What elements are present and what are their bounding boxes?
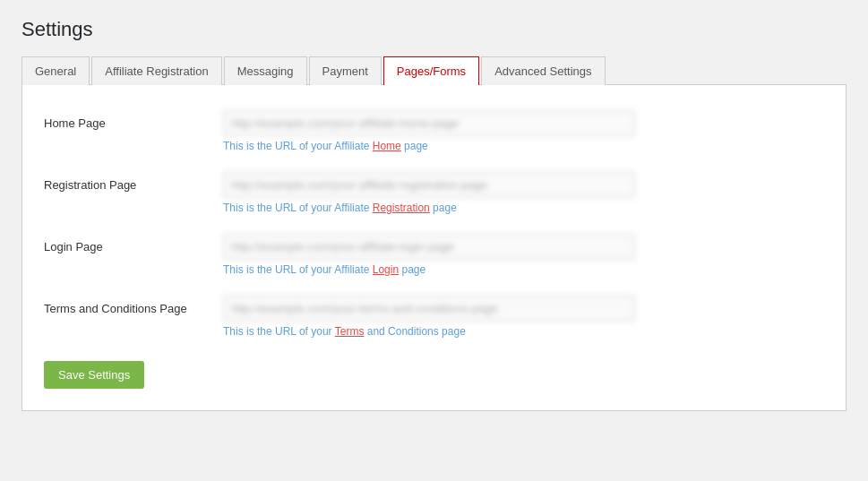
form-row-home-page: Home Page This is the URL of your Affili… xyxy=(44,110,824,152)
label-registration-page: Registration Page xyxy=(44,172,223,192)
label-home-page: Home Page xyxy=(44,110,223,130)
input-home-page[interactable] xyxy=(223,110,635,136)
tab-pages-forms[interactable]: Pages/Forms xyxy=(383,56,479,85)
save-settings-button[interactable]: Save Settings xyxy=(44,361,144,389)
hint-terms-page: This is the URL of your Terms and Condit… xyxy=(223,325,635,338)
form-row-login-page: Login Page This is the URL of your Affil… xyxy=(44,234,824,276)
hint-home-page: This is the URL of your Affiliate Home p… xyxy=(223,140,635,152)
hint-link-login: Login xyxy=(373,263,399,276)
tab-content-pages-forms: Home Page This is the URL of your Affili… xyxy=(21,85,847,411)
field-terms-page: This is the URL of your Terms and Condit… xyxy=(223,296,635,338)
label-login-page: Login Page xyxy=(44,234,223,253)
tab-general[interactable]: General xyxy=(21,56,90,85)
hint-link-registration: Registration xyxy=(373,202,430,214)
tab-payment[interactable]: Payment xyxy=(309,56,382,85)
tabs-nav: General Affiliate Registration Messaging… xyxy=(21,56,847,85)
hint-link-terms: Terms xyxy=(335,325,365,338)
field-registration-page: This is the URL of your Affiliate Regist… xyxy=(223,172,635,214)
field-login-page: This is the URL of your Affiliate Login … xyxy=(223,234,635,276)
page-title: Settings xyxy=(21,18,847,41)
form-row-terms-page: Terms and Conditions Page This is the UR… xyxy=(44,296,824,338)
input-registration-page[interactable] xyxy=(223,172,635,198)
form-actions: Save Settings xyxy=(44,357,824,389)
input-terms-page[interactable] xyxy=(223,296,635,322)
hint-registration-page: This is the URL of your Affiliate Regist… xyxy=(223,202,635,214)
form-row-registration-page: Registration Page This is the URL of you… xyxy=(44,172,824,214)
hint-link-home: Home xyxy=(373,140,401,152)
label-terms-page: Terms and Conditions Page xyxy=(44,296,223,315)
tab-affiliate-registration[interactable]: Affiliate Registration xyxy=(91,56,221,85)
input-login-page[interactable] xyxy=(223,234,635,260)
field-home-page: This is the URL of your Affiliate Home p… xyxy=(223,110,635,152)
tab-advanced-settings[interactable]: Advanced Settings xyxy=(481,56,605,85)
tab-messaging[interactable]: Messaging xyxy=(224,56,307,85)
hint-login-page: This is the URL of your Affiliate Login … xyxy=(223,263,635,276)
